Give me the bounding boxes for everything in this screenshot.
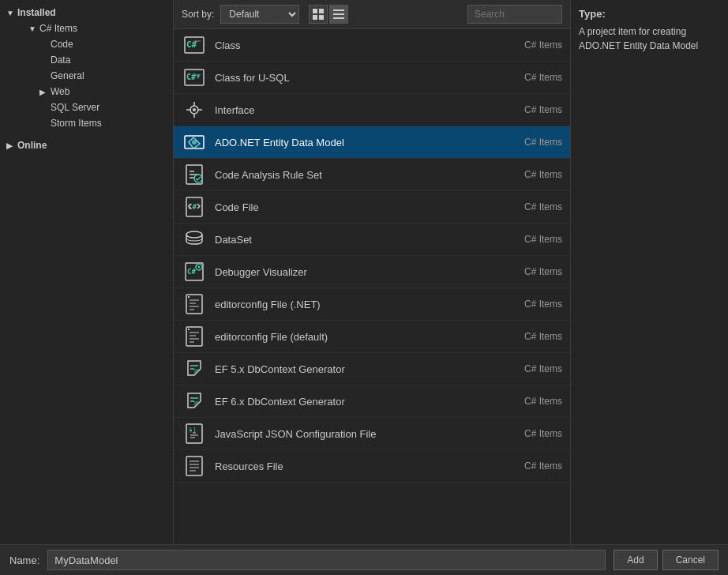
sidebar-item-web[interactable]: Web [0, 84, 173, 100]
footer: Name: Add Cancel [0, 544, 728, 575]
svg-point-18 [192, 140, 197, 145]
item-name: Interface [215, 104, 499, 116]
sidebar-data-label: Data [51, 54, 70, 66]
grid-view-button[interactable] [309, 5, 328, 24]
sidebar-installed-label: Installed [17, 7, 56, 18]
sidebar-item-installed[interactable]: Installed [0, 5, 173, 21]
debugger-vis-icon: C# [182, 259, 207, 284]
svg-point-23 [186, 231, 202, 238]
main-content: Sort by: Default [174, 0, 570, 544]
item-category: C# Items [499, 39, 562, 51]
sidebar-item-data[interactable]: Data [0, 52, 173, 68]
item-name: Class for U-SQL [215, 72, 499, 84]
svg-point-27 [198, 266, 201, 269]
item-name: Code File [215, 201, 499, 213]
item-name: ADO.NET Entity Data Model [215, 137, 499, 148]
expand-online-icon [6, 141, 17, 150]
sidebar-storm-label: Storm Items [51, 118, 102, 129]
list-item[interactable]: EF 5.x DbContext GeneratorC# Items [174, 353, 570, 385]
item-name: EF 6.x DbContext Generator [215, 396, 499, 408]
type-description: A project item for creating ADO.NET Enti… [579, 24, 720, 53]
dataset-icon [182, 227, 207, 252]
dialog-body: Installed C# Items Code Data General [0, 0, 728, 544]
ef-generator-icon [182, 356, 207, 381]
svg-rect-0 [313, 9, 317, 13]
search-input[interactable] [467, 5, 562, 24]
item-category: C# Items [499, 428, 562, 439]
item-name: Debugger Visualizer [215, 266, 499, 278]
name-label: Name: [9, 554, 39, 566]
view-buttons [309, 5, 348, 24]
list-item[interactable]: InterfaceC# Items [174, 94, 570, 126]
item-category: C# Items [499, 331, 562, 342]
list-item[interactable]: editorconfig File (.NET)C# Items [174, 288, 570, 321]
list-item[interactable]: Code Analysis Rule SetC# Items [174, 159, 570, 191]
list-item[interactable]: C# ClassC# Items [174, 29, 570, 62]
sidebar-code-label: Code [51, 39, 73, 50]
item-name: editorconfig File (.NET) [215, 299, 499, 310]
item-category: C# Items [499, 234, 562, 245]
list-item[interactable]: editorconfig File (default)C# Items [174, 321, 570, 353]
list-item[interactable]: C# Code FileC# Items [174, 191, 570, 224]
sidebar-item-code[interactable]: Code [0, 36, 173, 52]
svg-text:C#: C# [187, 268, 196, 276]
svg-rect-2 [313, 15, 317, 20]
sort-label: Sort by: [182, 9, 214, 20]
item-category: C# Items [499, 460, 562, 472]
type-label: Type: [579, 8, 720, 20]
item-category: C# Items [499, 72, 562, 83]
list-item[interactable]: ADO.NET Entity Data ModelC# Items [174, 126, 570, 159]
cancel-button[interactable]: Cancel [662, 550, 719, 570]
item-name: editorconfig File (default) [215, 331, 499, 343]
sidebar-item-general[interactable]: General [0, 68, 173, 84]
add-new-item-dialog: Installed C# Items Code Data General [0, 0, 728, 575]
list-item[interactable]: { } JavaScript JSON Configuration FileC#… [174, 418, 570, 450]
svg-point-12 [193, 108, 196, 111]
sidebar-item-storm[interactable]: Storm Items [0, 115, 173, 131]
list-view-button[interactable] [329, 5, 348, 24]
item-name: Resources File [215, 460, 499, 472]
add-button[interactable]: Add [614, 550, 657, 570]
item-category: C# Items [499, 363, 562, 374]
item-category: C# Items [499, 137, 562, 148]
expand-installed-icon [6, 9, 17, 17]
sidebar-sql-label: SQL Server [51, 102, 99, 113]
item-name: Class [215, 39, 499, 51]
ado-entity-icon [182, 130, 207, 155]
footer-buttons: Add Cancel [614, 550, 719, 570]
sidebar-item-sql-server[interactable]: SQL Server [0, 100, 173, 115]
item-category: C# Items [499, 104, 562, 115]
svg-rect-3 [319, 15, 324, 20]
list-item[interactable]: EF 6.x DbContext GeneratorC# Items [174, 385, 570, 418]
editorconfig-icon [182, 324, 207, 349]
items-list: C# ClassC# Items C# Class for U-SQLC# It… [174, 29, 570, 544]
sidebar-item-online[interactable]: Online [0, 137, 173, 153]
svg-rect-4 [333, 9, 344, 11]
sidebar-item-csharp[interactable]: C# Items [0, 21, 173, 36]
item-name: Code Analysis Rule Set [215, 169, 499, 181]
item-category: C# Items [499, 396, 562, 407]
list-item[interactable]: Resources FileC# Items [174, 450, 570, 483]
toolbar: Sort by: Default [174, 0, 570, 29]
expand-csharp-icon [28, 24, 39, 33]
svg-rect-5 [333, 13, 344, 15]
name-input[interactable] [47, 550, 606, 570]
js-json-icon: { } [182, 421, 207, 446]
resources-icon [182, 453, 207, 479]
sidebar: Installed C# Items Code Data General [0, 0, 174, 544]
list-item[interactable]: C# Class for U-SQLC# Items [174, 62, 570, 94]
code-file-icon: C# [182, 194, 207, 220]
sort-select[interactable]: Default [220, 5, 299, 24]
list-item[interactable]: DataSetC# Items [174, 224, 570, 256]
item-name: JavaScript JSON Configuration File [215, 428, 499, 440]
right-panel: Type: A project item for creating ADO.NE… [570, 0, 728, 544]
interface-icon [182, 97, 207, 122]
svg-rect-6 [333, 17, 344, 19]
item-category: C# Items [499, 266, 562, 277]
item-name: DataSet [215, 234, 499, 246]
sidebar-web-label: Web [51, 86, 69, 97]
list-item[interactable]: C# Debugger VisualizerC# Items [174, 256, 570, 288]
editorconfig-icon [182, 291, 207, 317]
svg-rect-1 [319, 9, 324, 13]
class-usql-icon: C# [182, 65, 207, 90]
